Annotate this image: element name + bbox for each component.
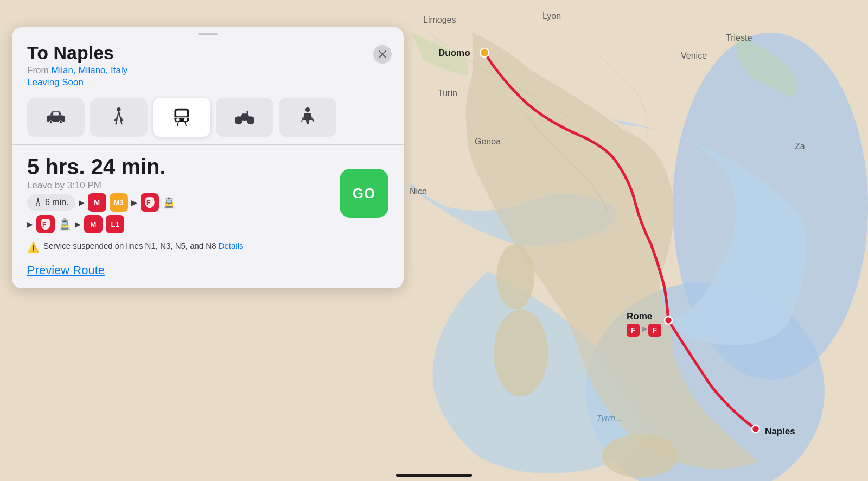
svg-point-41: [305, 107, 310, 112]
svg-text:Turin: Turin: [438, 88, 457, 98]
walk-step: 6 min.: [27, 194, 75, 211]
svg-rect-31: [53, 112, 59, 115]
svg-text:Naples: Naples: [765, 426, 795, 436]
leave-by: Leave by 3:10 PM: [27, 180, 388, 191]
svg-text:▶: ▶: [642, 324, 648, 333]
mode-rideshare-button[interactable]: [279, 98, 336, 137]
svg-text:Nice: Nice: [410, 187, 427, 196]
svg-text:Genoa: Genoa: [475, 137, 501, 146]
svg-point-36: [184, 118, 187, 121]
svg-point-29: [50, 121, 53, 124]
svg-text:Lyon: Lyon: [542, 11, 561, 21]
badge-trenitalia-1: F: [141, 193, 159, 212]
steps-row-2: ▶ F 🚊 ▶ M L1: [27, 215, 388, 233]
from-label: From: [27, 65, 51, 75]
mode-walk-button[interactable]: [90, 98, 148, 137]
svg-text:Duomo: Duomo: [438, 48, 470, 58]
mode-cycle-button[interactable]: [216, 98, 273, 137]
service-warning: ⚠️ Service suspended on lines N1, N3, N5…: [12, 237, 404, 258]
walk-duration: 6 min.: [45, 198, 69, 207]
step-arrow-2: ▶: [131, 198, 137, 207]
details-link[interactable]: Details: [219, 241, 244, 250]
svg-text:F: F: [146, 199, 150, 207]
svg-point-35: [176, 118, 179, 121]
badge-metro-m2: M: [84, 215, 103, 233]
svg-text:F: F: [653, 326, 657, 334]
leaving-soon[interactable]: Leaving Soon: [27, 77, 127, 88]
svg-point-6: [480, 48, 489, 57]
svg-text:Trieste: Trieste: [726, 33, 752, 42]
svg-point-5: [496, 244, 534, 309]
svg-text:Tyrrh...: Tyrrh...: [597, 413, 622, 422]
preview-route-link[interactable]: Preview Route: [12, 258, 404, 280]
svg-point-8: [752, 425, 760, 433]
svg-point-40: [246, 111, 248, 113]
step-arrow-3: ▶: [27, 220, 33, 229]
warning-text: Service suspended on lines N1, N3, N5, a…: [43, 241, 244, 250]
close-button[interactable]: [373, 45, 392, 64]
step-arrow-4: ▶: [75, 220, 81, 229]
train-icon-1: 🚊: [162, 196, 176, 209]
home-indicator: [396, 474, 472, 477]
svg-point-30: [60, 121, 62, 124]
origin-link[interactable]: Milan, Milano, Italy: [51, 65, 127, 75]
go-button[interactable]: GO: [340, 169, 388, 218]
badge-metro-m3: M3: [110, 193, 128, 212]
svg-text:F: F: [42, 221, 46, 229]
mode-transit-button[interactable]: [153, 98, 210, 137]
duration: 5 hrs. 24 min.: [27, 155, 388, 179]
badge-line-l1: L1: [106, 215, 124, 233]
svg-text:Venice: Venice: [681, 51, 707, 60]
svg-point-3: [494, 309, 548, 396]
badge-trenitalia-2: F: [36, 215, 55, 233]
train-icon-2: 🚊: [58, 218, 72, 231]
mode-drive-button[interactable]: [27, 98, 85, 137]
warning-icon: ⚠️: [27, 242, 39, 254]
origin-subtitle: From Milan, Milano, Italy: [27, 65, 127, 76]
svg-text:F: F: [631, 326, 635, 334]
directions-panel: To Naples From Milan, Milano, Italy Leav…: [12, 27, 404, 288]
step-arrow-1: ▶: [79, 198, 85, 207]
svg-text:Limoges: Limoges: [423, 15, 456, 24]
panel-header: To Naples From Milan, Milano, Italy Leav…: [12, 39, 404, 93]
svg-point-4: [602, 434, 678, 478]
transport-mode-selector: [12, 93, 404, 145]
svg-text:Rome: Rome: [627, 311, 652, 321]
drag-handle[interactable]: [198, 33, 218, 35]
svg-rect-34: [176, 111, 187, 117]
steps-row-1: 6 min. ▶ M M3 ▶ F 🚊: [27, 193, 388, 212]
destination-title: To Naples: [27, 43, 127, 63]
svg-point-7: [665, 317, 672, 324]
svg-text:Za: Za: [795, 142, 805, 151]
badge-metro-m: M: [88, 193, 106, 212]
